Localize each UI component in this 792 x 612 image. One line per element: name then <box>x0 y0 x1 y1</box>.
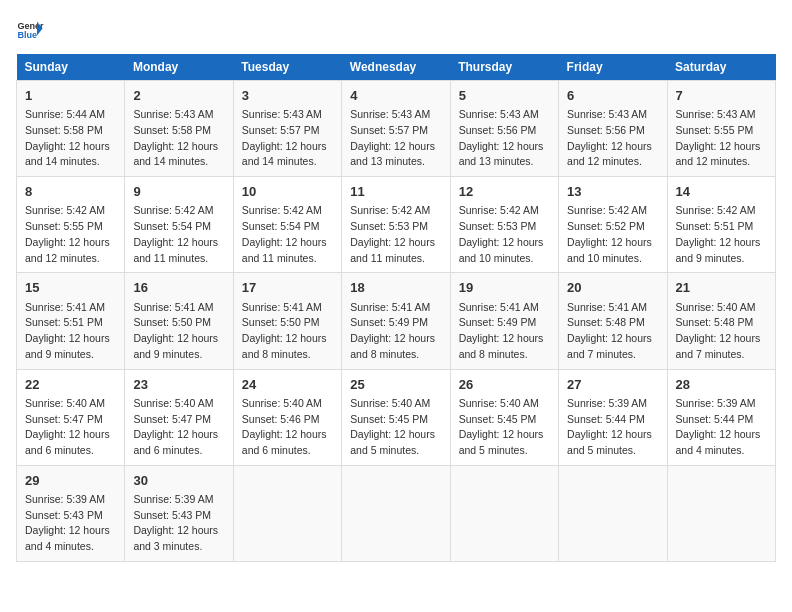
sunrise-text: Sunrise: 5:41 AM <box>242 301 322 313</box>
sunrise-text: Sunrise: 5:40 AM <box>133 397 213 409</box>
sunset-text: Sunset: 5:50 PM <box>133 316 211 328</box>
calendar-cell: 14Sunrise: 5:42 AMSunset: 5:51 PMDayligh… <box>667 177 775 273</box>
weekday-header-thursday: Thursday <box>450 54 558 81</box>
sunrise-text: Sunrise: 5:42 AM <box>242 204 322 216</box>
sunset-text: Sunset: 5:45 PM <box>459 413 537 425</box>
daylight-text: Daylight: 12 hours and 12 minutes. <box>567 140 652 168</box>
weekday-header-sunday: Sunday <box>17 54 125 81</box>
calendar-cell: 8Sunrise: 5:42 AMSunset: 5:55 PMDaylight… <box>17 177 125 273</box>
sunset-text: Sunset: 5:53 PM <box>350 220 428 232</box>
week-row-4: 22Sunrise: 5:40 AMSunset: 5:47 PMDayligh… <box>17 369 776 465</box>
weekday-header-wednesday: Wednesday <box>342 54 450 81</box>
day-number: 15 <box>25 279 116 297</box>
week-row-3: 15Sunrise: 5:41 AMSunset: 5:51 PMDayligh… <box>17 273 776 369</box>
calendar-cell: 4Sunrise: 5:43 AMSunset: 5:57 PMDaylight… <box>342 81 450 177</box>
sunrise-text: Sunrise: 5:42 AM <box>459 204 539 216</box>
calendar-cell: 28Sunrise: 5:39 AMSunset: 5:44 PMDayligh… <box>667 369 775 465</box>
daylight-text: Daylight: 12 hours and 9 minutes. <box>25 332 110 360</box>
day-number: 12 <box>459 183 550 201</box>
daylight-text: Daylight: 12 hours and 5 minutes. <box>459 428 544 456</box>
daylight-text: Daylight: 12 hours and 10 minutes. <box>459 236 544 264</box>
calendar-cell: 29Sunrise: 5:39 AMSunset: 5:43 PMDayligh… <box>17 465 125 561</box>
daylight-text: Daylight: 12 hours and 3 minutes. <box>133 524 218 552</box>
sunrise-text: Sunrise: 5:40 AM <box>459 397 539 409</box>
calendar-cell: 21Sunrise: 5:40 AMSunset: 5:48 PMDayligh… <box>667 273 775 369</box>
calendar-cell: 6Sunrise: 5:43 AMSunset: 5:56 PMDaylight… <box>559 81 667 177</box>
sunset-text: Sunset: 5:54 PM <box>133 220 211 232</box>
sunset-text: Sunset: 5:46 PM <box>242 413 320 425</box>
sunset-text: Sunset: 5:58 PM <box>133 124 211 136</box>
daylight-text: Daylight: 12 hours and 5 minutes. <box>350 428 435 456</box>
daylight-text: Daylight: 12 hours and 9 minutes. <box>676 236 761 264</box>
daylight-text: Daylight: 12 hours and 13 minutes. <box>350 140 435 168</box>
calendar-cell: 17Sunrise: 5:41 AMSunset: 5:50 PMDayligh… <box>233 273 341 369</box>
day-number: 25 <box>350 376 441 394</box>
logo: General Blue <box>16 16 44 44</box>
day-number: 2 <box>133 87 224 105</box>
sunrise-text: Sunrise: 5:42 AM <box>350 204 430 216</box>
calendar-cell: 9Sunrise: 5:42 AMSunset: 5:54 PMDaylight… <box>125 177 233 273</box>
sunset-text: Sunset: 5:53 PM <box>459 220 537 232</box>
calendar-cell: 20Sunrise: 5:41 AMSunset: 5:48 PMDayligh… <box>559 273 667 369</box>
sunrise-text: Sunrise: 5:41 AM <box>567 301 647 313</box>
calendar-cell: 30Sunrise: 5:39 AMSunset: 5:43 PMDayligh… <box>125 465 233 561</box>
daylight-text: Daylight: 12 hours and 7 minutes. <box>676 332 761 360</box>
sunrise-text: Sunrise: 5:39 AM <box>676 397 756 409</box>
sunset-text: Sunset: 5:44 PM <box>567 413 645 425</box>
sunrise-text: Sunrise: 5:41 AM <box>459 301 539 313</box>
day-number: 1 <box>25 87 116 105</box>
day-number: 8 <box>25 183 116 201</box>
day-number: 10 <box>242 183 333 201</box>
week-row-1: 1Sunrise: 5:44 AMSunset: 5:58 PMDaylight… <box>17 81 776 177</box>
day-number: 26 <box>459 376 550 394</box>
calendar-cell: 16Sunrise: 5:41 AMSunset: 5:50 PMDayligh… <box>125 273 233 369</box>
sunrise-text: Sunrise: 5:41 AM <box>133 301 213 313</box>
sunset-text: Sunset: 5:56 PM <box>567 124 645 136</box>
calendar-cell: 7Sunrise: 5:43 AMSunset: 5:55 PMDaylight… <box>667 81 775 177</box>
day-number: 9 <box>133 183 224 201</box>
day-number: 13 <box>567 183 658 201</box>
calendar-cell: 18Sunrise: 5:41 AMSunset: 5:49 PMDayligh… <box>342 273 450 369</box>
sunrise-text: Sunrise: 5:43 AM <box>133 108 213 120</box>
calendar-cell: 12Sunrise: 5:42 AMSunset: 5:53 PMDayligh… <box>450 177 558 273</box>
calendar-cell: 3Sunrise: 5:43 AMSunset: 5:57 PMDaylight… <box>233 81 341 177</box>
sunset-text: Sunset: 5:48 PM <box>676 316 754 328</box>
sunset-text: Sunset: 5:57 PM <box>350 124 428 136</box>
calendar-cell: 11Sunrise: 5:42 AMSunset: 5:53 PMDayligh… <box>342 177 450 273</box>
sunset-text: Sunset: 5:48 PM <box>567 316 645 328</box>
daylight-text: Daylight: 12 hours and 12 minutes. <box>676 140 761 168</box>
day-number: 24 <box>242 376 333 394</box>
day-number: 18 <box>350 279 441 297</box>
logo-icon: General Blue <box>16 16 44 44</box>
day-number: 5 <box>459 87 550 105</box>
calendar-cell: 24Sunrise: 5:40 AMSunset: 5:46 PMDayligh… <box>233 369 341 465</box>
day-number: 3 <box>242 87 333 105</box>
sunset-text: Sunset: 5:54 PM <box>242 220 320 232</box>
daylight-text: Daylight: 12 hours and 14 minutes. <box>25 140 110 168</box>
day-number: 7 <box>676 87 767 105</box>
sunrise-text: Sunrise: 5:40 AM <box>25 397 105 409</box>
daylight-text: Daylight: 12 hours and 14 minutes. <box>242 140 327 168</box>
page-header: General Blue <box>16 16 776 44</box>
sunset-text: Sunset: 5:55 PM <box>676 124 754 136</box>
day-number: 4 <box>350 87 441 105</box>
calendar-cell: 19Sunrise: 5:41 AMSunset: 5:49 PMDayligh… <box>450 273 558 369</box>
day-number: 30 <box>133 472 224 490</box>
daylight-text: Daylight: 12 hours and 8 minutes. <box>242 332 327 360</box>
daylight-text: Daylight: 12 hours and 7 minutes. <box>567 332 652 360</box>
daylight-text: Daylight: 12 hours and 6 minutes. <box>242 428 327 456</box>
calendar-cell <box>233 465 341 561</box>
day-number: 16 <box>133 279 224 297</box>
sunrise-text: Sunrise: 5:40 AM <box>676 301 756 313</box>
week-row-2: 8Sunrise: 5:42 AMSunset: 5:55 PMDaylight… <box>17 177 776 273</box>
daylight-text: Daylight: 12 hours and 10 minutes. <box>567 236 652 264</box>
daylight-text: Daylight: 12 hours and 12 minutes. <box>25 236 110 264</box>
calendar-cell: 25Sunrise: 5:40 AMSunset: 5:45 PMDayligh… <box>342 369 450 465</box>
sunrise-text: Sunrise: 5:43 AM <box>350 108 430 120</box>
calendar-cell: 23Sunrise: 5:40 AMSunset: 5:47 PMDayligh… <box>125 369 233 465</box>
sunrise-text: Sunrise: 5:43 AM <box>242 108 322 120</box>
calendar-cell: 10Sunrise: 5:42 AMSunset: 5:54 PMDayligh… <box>233 177 341 273</box>
sunset-text: Sunset: 5:45 PM <box>350 413 428 425</box>
daylight-text: Daylight: 12 hours and 8 minutes. <box>350 332 435 360</box>
sunset-text: Sunset: 5:43 PM <box>133 509 211 521</box>
